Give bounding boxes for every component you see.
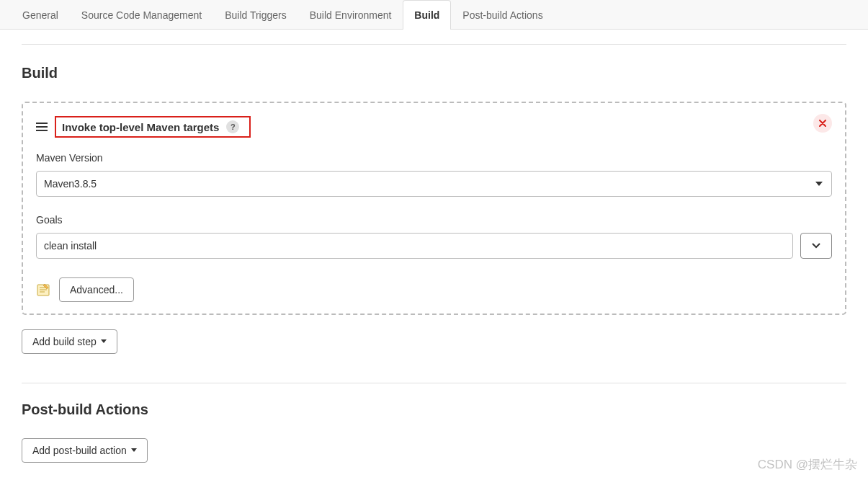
main-content: Build Invoke top-level Maven targets ? M… [0, 30, 868, 477]
caret-down-icon [101, 339, 107, 344]
add-build-step-button[interactable]: Add build step [22, 329, 117, 354]
chevron-down-icon [812, 243, 820, 249]
tab-post-build[interactable]: Post-build Actions [451, 0, 554, 30]
build-step-container: Invoke top-level Maven targets ? Maven V… [22, 102, 846, 315]
help-icon[interactable]: ? [226, 120, 239, 133]
section-divider [22, 383, 846, 383]
goals-input[interactable] [36, 233, 793, 259]
goals-label: Goals [36, 214, 832, 226]
add-post-build-action-button[interactable]: Add post-build action [22, 438, 148, 463]
drag-handle-icon[interactable] [36, 123, 49, 131]
maven-version-label: Maven Version [36, 152, 832, 164]
build-step-title-highlight: Invoke top-level Maven targets ? [55, 116, 251, 138]
config-tabs: General Source Code Management Build Tri… [0, 0, 868, 30]
advanced-button-label: Advanced... [70, 284, 123, 295]
maven-version-field: Maven Version Maven3.8.5 [36, 152, 832, 197]
caret-down-icon [131, 448, 137, 453]
tab-build-triggers[interactable]: Build Triggers [213, 0, 298, 30]
add-build-step-label: Add build step [32, 336, 97, 347]
close-icon [819, 120, 826, 127]
build-step-title: Invoke top-level Maven targets [62, 121, 219, 133]
build-step-header: Invoke top-level Maven targets ? [36, 116, 832, 138]
notepad-icon [36, 283, 50, 297]
maven-version-select[interactable]: Maven3.8.5 [36, 171, 832, 197]
build-section-title: Build [22, 65, 846, 81]
goals-field: Goals [36, 214, 832, 259]
tab-build-environment[interactable]: Build Environment [298, 0, 403, 30]
tab-general[interactable]: General [11, 0, 70, 30]
postbuild-section-title: Post-build Actions [22, 401, 846, 418]
advanced-row: Advanced... [36, 277, 832, 302]
advanced-button[interactable]: Advanced... [59, 277, 134, 302]
tab-scm[interactable]: Source Code Management [70, 0, 213, 30]
goals-dropdown-toggle[interactable] [800, 233, 832, 259]
add-post-build-action-label: Add post-build action [32, 445, 127, 456]
top-divider [22, 44, 846, 45]
remove-step-button[interactable] [813, 114, 832, 133]
tab-build[interactable]: Build [403, 0, 451, 30]
